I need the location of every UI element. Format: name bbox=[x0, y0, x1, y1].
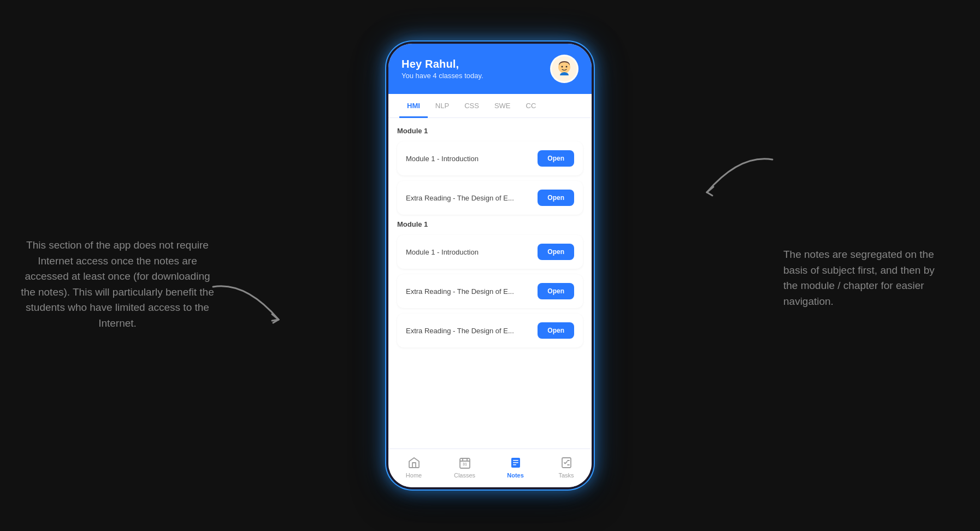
phone-header: Hey Rahul, You have 4 classes today. bbox=[388, 44, 592, 94]
annotation-right: The notes are segregated on the basis of… bbox=[783, 247, 947, 309]
tab-cc[interactable]: CC bbox=[518, 94, 544, 118]
module-label-1: Module 1 bbox=[397, 127, 583, 135]
greeting-text: Hey Rahul, bbox=[402, 58, 483, 70]
svg-rect-11 bbox=[513, 464, 516, 465]
svg-rect-9 bbox=[513, 460, 518, 461]
svg-point-2 bbox=[566, 66, 568, 68]
module-section-2: Module 1 Module 1 - Introduction Open Ex… bbox=[397, 220, 583, 347]
module-section-1: Module 1 Module 1 - Introduction Open Ex… bbox=[397, 127, 583, 215]
tab-nlp[interactable]: NLP bbox=[428, 94, 457, 118]
arrow-left bbox=[202, 276, 311, 341]
bottom-nav: Home 31 Classes bbox=[388, 449, 592, 487]
tab-swe[interactable]: SWE bbox=[487, 94, 518, 118]
phone-outer: Hey Rahul, You have 4 classes today. bbox=[386, 42, 594, 489]
tabs-container: HMI NLP CSS SWE CC bbox=[388, 94, 592, 118]
svg-text:31: 31 bbox=[463, 462, 467, 466]
note-title-2-1: Module 1 - Introduction bbox=[406, 248, 531, 256]
tab-css[interactable]: CSS bbox=[457, 94, 487, 118]
phone-inner: Hey Rahul, You have 4 classes today. bbox=[388, 44, 592, 487]
note-item-2-3: Extra Reading - The Design of E... Open bbox=[397, 314, 583, 347]
open-button-1-1[interactable]: Open bbox=[538, 150, 574, 167]
open-button-2-1[interactable]: Open bbox=[538, 244, 574, 260]
header-text: Hey Rahul, You have 4 classes today. bbox=[402, 58, 483, 80]
note-item-1-2: Extra Reading - The Design of E... Open bbox=[397, 181, 583, 215]
note-item-2-1: Module 1 - Introduction Open bbox=[397, 235, 583, 269]
nav-label-tasks: Tasks bbox=[558, 472, 574, 479]
nav-label-home: Home bbox=[406, 472, 422, 479]
annotation-left: This section of the app does not require… bbox=[16, 238, 219, 331]
module-label-2: Module 1 bbox=[397, 220, 583, 228]
nav-label-notes: Notes bbox=[507, 472, 524, 479]
notes-icon bbox=[509, 456, 523, 470]
content-scroll: Module 1 Module 1 - Introduction Open Ex… bbox=[388, 118, 592, 449]
svg-rect-10 bbox=[513, 462, 518, 463]
open-button-1-2[interactable]: Open bbox=[538, 190, 574, 206]
note-title-2-2: Extra Reading - The Design of E... bbox=[406, 287, 531, 296]
tasks-icon bbox=[559, 456, 574, 470]
note-item-2-2: Extra Reading - The Design of E... Open bbox=[397, 274, 583, 308]
note-title-1-1: Module 1 - Introduction bbox=[406, 155, 531, 163]
svg-point-1 bbox=[562, 66, 563, 68]
tab-hmi[interactable]: HMI bbox=[399, 94, 428, 118]
nav-item-home[interactable]: Home bbox=[388, 453, 439, 481]
nav-item-classes[interactable]: 31 Classes bbox=[439, 453, 490, 481]
note-title-2-3: Extra Reading - The Design of E... bbox=[406, 327, 531, 335]
arrow-right bbox=[674, 149, 783, 220]
avatar bbox=[550, 55, 578, 83]
open-button-2-3[interactable]: Open bbox=[538, 322, 574, 339]
note-item-1-1: Module 1 - Introduction Open bbox=[397, 141, 583, 175]
note-title-1-2: Extra Reading - The Design of E... bbox=[406, 194, 531, 202]
classes-icon: 31 bbox=[458, 456, 472, 470]
nav-item-tasks[interactable]: Tasks bbox=[541, 453, 592, 481]
home-icon bbox=[407, 456, 421, 470]
nav-item-notes[interactable]: Notes bbox=[490, 453, 541, 481]
nav-label-classes: Classes bbox=[454, 472, 475, 479]
open-button-2-2[interactable]: Open bbox=[538, 283, 574, 299]
subtitle-text: You have 4 classes today. bbox=[402, 72, 483, 80]
phone-container: Hey Rahul, You have 4 classes today. bbox=[386, 42, 594, 489]
